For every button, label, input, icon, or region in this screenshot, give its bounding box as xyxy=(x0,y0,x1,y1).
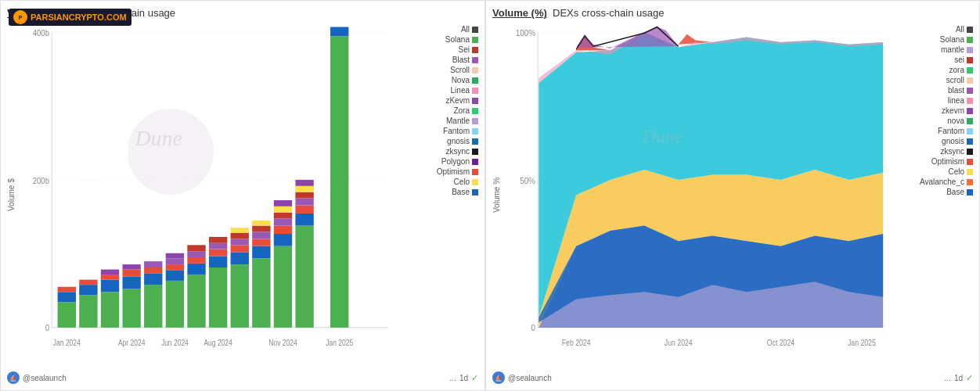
right-legend: All Solana mantle sei zora scroll xyxy=(895,22,973,368)
r-legend-color-optimism xyxy=(967,159,973,165)
svg-rect-40 xyxy=(231,264,249,328)
legend-color-mantle xyxy=(472,118,478,124)
legend-item-optimism[interactable]: Optimism xyxy=(400,167,478,176)
svg-text:Jan 2024: Jan 2024 xyxy=(53,338,81,347)
right-y-axis-label: Volume % xyxy=(492,22,505,368)
r-legend-color-solana xyxy=(967,37,973,43)
r-legend-item-zora[interactable]: zora xyxy=(895,66,973,74)
r-legend-item-optimism[interactable]: Optimism xyxy=(895,157,973,166)
svg-rect-21 xyxy=(144,285,162,328)
svg-rect-52 xyxy=(274,246,292,328)
legend-item-base[interactable]: Base xyxy=(400,188,478,196)
left-footer-duration[interactable]: 1d xyxy=(459,374,468,382)
legend-item-polygon[interactable]: Polygon xyxy=(400,157,478,166)
svg-rect-44 xyxy=(231,233,249,239)
legend-item-linea[interactable]: Linea xyxy=(400,86,478,95)
svg-rect-51 xyxy=(252,221,270,226)
legend-color-gnosis xyxy=(472,138,478,145)
legend-item-zksync[interactable]: zksync xyxy=(400,147,478,156)
r-legend-color-nova xyxy=(967,118,973,124)
r-legend-color-mantle xyxy=(967,47,973,53)
right-footer: ⛵ @sealaunch ... 1d ✓ xyxy=(492,371,973,384)
left-footer-dots[interactable]: ... xyxy=(450,374,456,382)
svg-rect-32 xyxy=(187,257,205,264)
svg-rect-28 xyxy=(166,258,184,264)
svg-rect-58 xyxy=(274,200,292,206)
legend-item-zora[interactable]: Zora xyxy=(400,106,478,115)
svg-rect-35 xyxy=(209,267,227,328)
svg-rect-56 xyxy=(274,213,292,219)
r-legend-item-nova[interactable]: nova xyxy=(895,117,973,125)
svg-rect-9 xyxy=(58,287,76,292)
r-legend-item-celo[interactable]: Celo xyxy=(895,167,973,176)
legend-color-nova xyxy=(472,77,478,84)
legend-item-solana[interactable]: Solana xyxy=(400,35,478,44)
r-legend-item-base[interactable]: Base xyxy=(895,188,973,196)
legend-color-zora xyxy=(472,108,478,114)
svg-rect-26 xyxy=(166,271,184,281)
legend-item-blast[interactable]: Blast xyxy=(400,56,478,64)
svg-text:0: 0 xyxy=(45,322,49,332)
svg-rect-64 xyxy=(295,186,313,192)
left-user-name[interactable]: @sealaunch xyxy=(23,374,67,382)
legend-item-gnosis[interactable]: gnosis xyxy=(400,137,478,145)
legend-item-nova[interactable]: Nova xyxy=(400,76,478,84)
left-verified-icon: ✓ xyxy=(471,373,478,383)
svg-rect-53 xyxy=(274,234,292,246)
svg-rect-41 xyxy=(231,252,249,264)
svg-rect-39 xyxy=(209,237,227,243)
svg-text:Oct 2024: Oct 2024 xyxy=(767,339,795,348)
left-footer-left: ⛵ @sealaunch xyxy=(7,371,67,384)
r-legend-item-solana[interactable]: Solana xyxy=(895,35,973,44)
right-chart-content: Dune 100% 50% 0 xyxy=(508,22,892,368)
legend-item-fantom[interactable]: Fantom xyxy=(400,127,478,135)
right-footer-duration[interactable]: 1d xyxy=(954,374,963,382)
legend-color-fantom xyxy=(472,128,478,135)
r-legend-item-zksync[interactable]: zksync xyxy=(895,147,973,156)
legend-color-zkevm xyxy=(472,98,478,104)
svg-rect-60 xyxy=(295,213,313,226)
r-legend-item-blast[interactable]: blast xyxy=(895,86,973,95)
r-legend-item-mantle[interactable]: mantle xyxy=(895,45,973,54)
svg-rect-43 xyxy=(231,239,249,246)
legend-item-scroll[interactable]: Scroll xyxy=(400,66,478,74)
svg-rect-23 xyxy=(144,267,162,274)
svg-rect-13 xyxy=(101,292,119,328)
r-legend-item-all[interactable]: All xyxy=(895,25,973,34)
legend-item-celo[interactable]: Celo xyxy=(400,178,478,186)
r-legend-item-linea[interactable]: linea xyxy=(895,96,973,105)
legend-item-all[interactable]: All xyxy=(400,25,478,34)
svg-rect-67 xyxy=(330,27,348,37)
legend-color-linea xyxy=(472,88,478,94)
r-legend-item-gnosis[interactable]: gnosis xyxy=(895,137,973,145)
right-user-avatar: ⛵ xyxy=(492,371,505,384)
r-legend-item-avalanche[interactable]: Avalanche_c xyxy=(895,178,973,186)
svg-rect-46 xyxy=(252,258,270,328)
right-chart-area: Volume % Dune 100% 50% 0 xyxy=(492,22,973,368)
svg-text:Feb 2024: Feb 2024 xyxy=(562,339,591,348)
legend-item-sei[interactable]: Sei xyxy=(400,45,478,54)
r-legend-item-scroll[interactable]: scroll xyxy=(895,76,973,84)
svg-rect-12 xyxy=(79,280,97,285)
svg-rect-14 xyxy=(101,280,119,292)
r-legend-item-zkevm[interactable]: zkevm xyxy=(895,106,973,115)
svg-text:Apr 2024: Apr 2024 xyxy=(118,338,145,347)
r-legend-item-fantom[interactable]: Fantom xyxy=(895,127,973,135)
svg-rect-29 xyxy=(166,253,184,259)
right-user-name[interactable]: @sealaunch xyxy=(508,374,552,382)
r-legend-item-sei[interactable]: sei xyxy=(895,56,973,64)
legend-item-mantle[interactable]: Mantle xyxy=(400,117,478,125)
svg-rect-30 xyxy=(187,274,205,328)
legend-color-solana xyxy=(472,37,478,43)
r-legend-color-scroll xyxy=(967,77,973,84)
svg-rect-7 xyxy=(58,302,76,328)
svg-rect-34 xyxy=(187,245,205,251)
legend-item-zkevm[interactable]: zKevm xyxy=(400,96,478,105)
svg-rect-15 xyxy=(101,274,119,280)
svg-rect-24 xyxy=(144,261,162,267)
right-footer-dots[interactable]: ... xyxy=(945,374,951,382)
svg-rect-20 xyxy=(122,264,140,270)
r-legend-color-fantom xyxy=(967,128,973,135)
svg-text:50%: 50% xyxy=(520,175,535,185)
svg-text:100%: 100% xyxy=(516,27,535,38)
